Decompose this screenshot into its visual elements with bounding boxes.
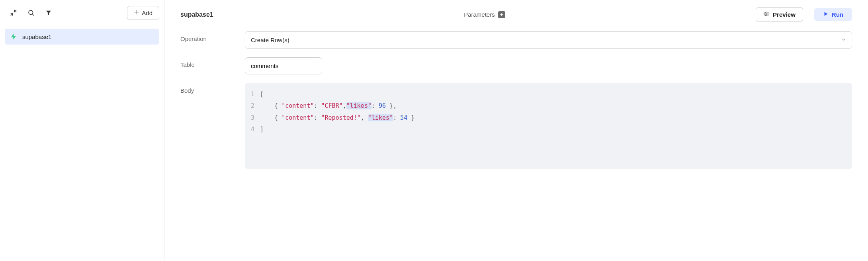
body-label: Body [180, 83, 245, 94]
main-header: supabase1 Parameters + Preview Run [164, 0, 868, 29]
plus-icon [134, 10, 139, 16]
line-number: 3 [248, 112, 260, 124]
supabase-icon [10, 33, 18, 41]
sidebar: Add supabase1 [0, 0, 164, 261]
sidebar-item-label: supabase1 [22, 33, 51, 40]
line-number: 2 [248, 100, 260, 112]
collapse-icon[interactable] [9, 8, 18, 18]
add-parameter-button[interactable]: + [498, 11, 505, 18]
add-button-label: Add [142, 10, 152, 16]
operation-select[interactable]: Create Row(s) [245, 31, 852, 49]
eye-icon [763, 11, 770, 18]
line-number: 4 [248, 124, 260, 135]
run-button-label: Run [832, 11, 843, 18]
sidebar-toolbar: Add [5, 5, 159, 21]
search-icon[interactable] [26, 8, 36, 18]
play-icon [823, 11, 829, 18]
preview-button[interactable]: Preview [756, 7, 803, 22]
sidebar-list: supabase1 [5, 29, 159, 45]
sidebar-item-supabase1[interactable]: supabase1 [5, 29, 159, 45]
run-button[interactable]: Run [814, 8, 852, 21]
svg-point-6 [766, 13, 767, 15]
filter-icon[interactable] [44, 8, 53, 18]
query-name[interactable]: supabase1 [180, 11, 213, 18]
main-panel: supabase1 Parameters + Preview Run Opera… [164, 0, 868, 261]
parameters-label: Parameters [464, 11, 495, 18]
table-label: Table [180, 57, 245, 68]
preview-button-label: Preview [773, 11, 796, 18]
chevron-down-icon [841, 37, 846, 43]
add-button[interactable]: Add [127, 6, 159, 20]
body-editor[interactable]: 1[ 2 { "content": "CFBR","likes": 96 }, … [245, 83, 852, 169]
svg-line-3 [32, 14, 34, 16]
operation-value: Create Row(s) [245, 31, 852, 49]
line-number: 1 [248, 89, 260, 100]
table-input[interactable] [245, 57, 322, 74]
operation-label: Operation [180, 31, 245, 42]
